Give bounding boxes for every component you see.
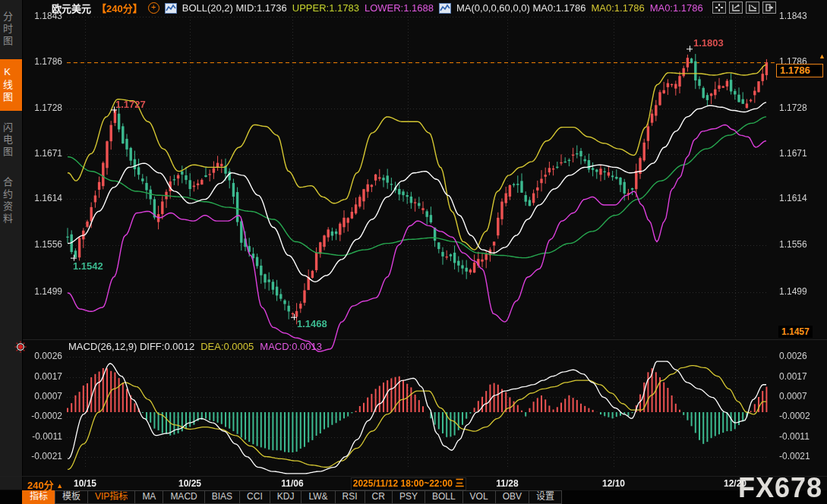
annotation-low-2: 1.1468: [297, 318, 327, 329]
crosshair-icon[interactable]: [712, 2, 726, 14]
price-tick-left-6: 1.1499: [23, 286, 62, 297]
macd-tick-right-3: -0.0002: [779, 411, 825, 421]
tab-MACD[interactable]: MACD: [163, 490, 204, 504]
macd-tick-right-0: 0.0026: [779, 351, 825, 361]
price-tick-left-5: 1.1556: [23, 239, 62, 250]
macd-tick-right-4: -0.0011: [779, 431, 825, 442]
sidebar: 分时图K线图闪电图合约资料: [0, 0, 23, 490]
annotation-peak-1: 1.1727: [115, 99, 146, 110]
tab-PSY[interactable]: PSY: [392, 490, 425, 504]
boll-upper-label: UPPER:1.1783: [292, 2, 359, 14]
sidebar-item-2[interactable]: 闪电图: [0, 115, 22, 165]
indicator-tabbar: 指标模板VIP指标MAMACDBIASCCIKDJLW&RSICRPSYBOLL…: [0, 490, 827, 504]
macd-tick-left-0: 0.0026: [23, 351, 62, 361]
current-price-badge: 1.1786: [776, 64, 823, 77]
tab-CCI[interactable]: CCI: [239, 490, 270, 504]
price-tick-right-0: 1.1843: [779, 11, 825, 21]
period-label[interactable]: 【240分】: [96, 1, 143, 15]
ma0-magenta-label: MA0:1.1786: [650, 2, 703, 14]
price-tick-right-2: 1.1728: [779, 102, 825, 113]
fx678-watermark: FX678: [738, 472, 822, 504]
ma-indicator-icon[interactable]: [439, 3, 451, 14]
macd-tick-right-1: 0.0017: [779, 371, 825, 382]
price-tick-left-4: 1.1614: [23, 193, 62, 203]
tab-LW&[interactable]: LW&: [301, 490, 335, 504]
macd-dea-label: DEA:0.0005: [200, 341, 254, 352]
tab-模板[interactable]: 模板: [55, 490, 88, 504]
tab-CR[interactable]: CR: [365, 490, 393, 504]
add-indicator-icon[interactable]: +: [148, 2, 159, 14]
macd-tick-right-5: -0.0021: [779, 451, 825, 461]
exit-fullscreen-icon[interactable]: [762, 2, 776, 14]
macd-tick-left-1: 0.0017: [23, 371, 62, 382]
macd-tick-left-5: -0.0021: [23, 451, 62, 461]
selected-candle-date[interactable]: 2025/11/12 18:00~22:00 三: [351, 477, 466, 490]
price-tick-right-3: 1.1671: [779, 148, 825, 159]
tab-VOL[interactable]: VOL: [462, 490, 496, 504]
zoom-out-axis-icon[interactable]: [746, 2, 759, 14]
symbol-name: 欧元美元: [52, 1, 91, 15]
tab-OBV[interactable]: OBV: [495, 490, 529, 504]
price-tick-left-2: 1.1728: [23, 102, 62, 113]
price-tick-left-3: 1.1671: [23, 148, 62, 159]
sidebar-item-3[interactable]: 合约资料: [0, 170, 22, 232]
price-up-arrow-icon: ▲: [819, 52, 825, 60]
chart-toolbar: [712, 2, 776, 14]
price-tick-right-6: 1.1499: [779, 286, 825, 297]
date-tick-3: 11/28: [481, 478, 534, 489]
macd-diff-label: MACD(26,12,9) DIFF:0.0012: [68, 341, 194, 352]
boll-indicator-icon[interactable]: [165, 3, 177, 14]
annotation-peak-2: 1.1803: [693, 37, 724, 49]
macd-tick-left-2: 0.0007: [23, 391, 62, 402]
macd-tick-left-3: -0.0002: [23, 411, 62, 421]
price-tick-right-5: 1.1556: [779, 239, 825, 250]
tab-RSI[interactable]: RSI: [335, 490, 365, 504]
date-tick-2: 11/06: [266, 478, 319, 489]
footer-period-selector[interactable]: 240分 ▲: [27, 477, 63, 492]
session-low-label: 1.1457: [778, 326, 813, 338]
ma-params-label: MA(0,0,0,60,0,0) MA0:1.1786: [456, 2, 586, 14]
date-tick-4: 12/10: [587, 478, 640, 489]
price-tick-right-4: 1.1614: [779, 193, 825, 203]
boll-mid-label: BOLL(20,2) MID:1.1736: [182, 2, 287, 14]
boll-lower-label: LOWER:1.1688: [365, 2, 434, 14]
period-dropdown-arrow-icon: ▲: [56, 482, 63, 490]
macd-tick-right-2: 0.0007: [779, 391, 825, 402]
sidebar-item-0[interactable]: 分时图: [0, 5, 22, 55]
date-tick-1: 10/25: [163, 478, 216, 489]
price-tick-left-1: 1.1786: [23, 56, 62, 67]
macd-macd-label: MACD:0.0013: [260, 341, 322, 352]
candlestick-macd-chart[interactable]: [0, 0, 827, 504]
ma0-yellow-label: MA0:1.1786: [592, 2, 645, 14]
tab-指标[interactable]: 指标: [22, 490, 55, 504]
zoom-in-axis-icon[interactable]: [729, 2, 743, 14]
tab-VIP指标[interactable]: VIP指标: [87, 490, 135, 504]
tab-BIAS[interactable]: BIAS: [204, 490, 240, 504]
sun-logo-icon: [14, 341, 27, 353]
sidebar-item-1[interactable]: K线图: [0, 59, 22, 111]
macd-header: MACD(26,12,9) DIFF:0.0012 DEA:0.0005 MAC…: [68, 341, 322, 352]
tab-MA[interactable]: MA: [134, 490, 163, 504]
footer-period-label: 240分: [27, 480, 54, 491]
tab-设置[interactable]: 设置: [529, 490, 562, 504]
chart-header: 欧元美元 【240分】 + BOLL(20,2) MID:1.1736 UPPE…: [52, 2, 703, 14]
date-tick-0: 10/15: [58, 478, 112, 489]
kline-app: 分时图K线图闪电图合约资料 欧元美元 【240分】 + BOLL(20,2) M…: [0, 0, 827, 504]
x-axis-date-row: 2025/11/12 18:00~22:00 三 10/1510/2511/06…: [0, 476, 827, 490]
tab-BOLL[interactable]: BOLL: [425, 490, 463, 504]
annotation-low-1: 1.1542: [73, 260, 103, 272]
macd-tick-left-4: -0.0011: [23, 431, 62, 442]
tab-KDJ[interactable]: KDJ: [270, 490, 302, 504]
